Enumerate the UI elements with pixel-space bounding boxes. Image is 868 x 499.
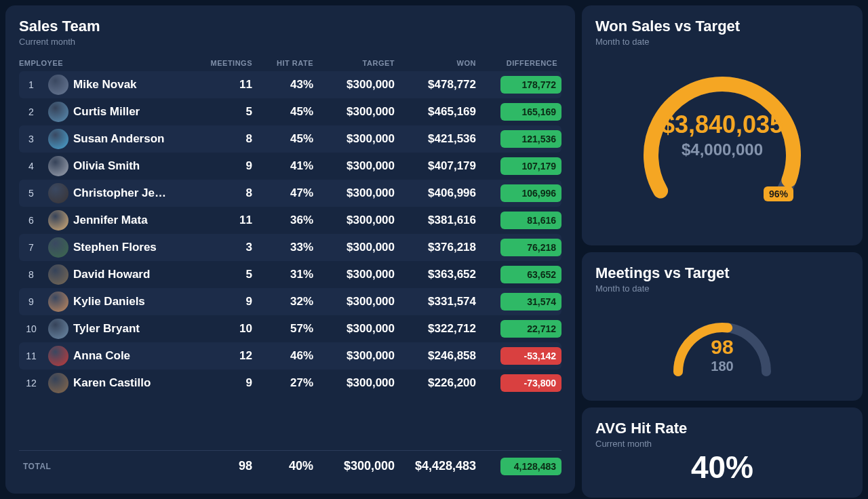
employee-name: Susan Anderson xyxy=(73,132,195,146)
target-value: $300,000 xyxy=(317,322,399,336)
employee-name: Jennifer Mata xyxy=(73,214,195,227)
won-vs-target-panel: Won Sales vs Target Month to date $3,840… xyxy=(582,5,863,245)
target-value: $300,000 xyxy=(317,132,399,146)
panel-title: Sales Team xyxy=(19,18,561,35)
target-value: $300,000 xyxy=(317,268,399,281)
table-row[interactable]: 8David Howard531%$300,000$363,65263,652 xyxy=(19,261,561,288)
won-value: $331,574 xyxy=(399,295,480,308)
target-value: $300,000 xyxy=(317,78,399,92)
gauge-value: 98 xyxy=(711,335,733,358)
difference-pill: 81,616 xyxy=(500,212,561,229)
panel-subtitle: Month to date xyxy=(595,283,849,294)
avg-hitrate-value: 40% xyxy=(595,449,849,485)
total-row: TOTAL 98 40% $300,000 $4,428,483 4,128,4… xyxy=(19,450,561,481)
rank: 12 xyxy=(19,378,43,388)
won-value: $363,652 xyxy=(399,268,480,281)
table-body: 1Mike Novak1143%$300,000$478,772178,7722… xyxy=(19,71,561,445)
avatar xyxy=(48,292,68,312)
table-row[interactable]: 1Mike Novak1143%$300,000$478,772178,772 xyxy=(19,71,561,98)
avatar xyxy=(48,102,68,122)
difference-pill: 31,574 xyxy=(500,293,561,311)
total-meetings: 98 xyxy=(195,459,256,473)
sales-team-panel: Sales Team Current month EMPLOYEE MEETIN… xyxy=(5,5,575,494)
table-row[interactable]: 12Karen Castillo927%$300,000$226,200-73,… xyxy=(19,370,561,397)
avatar xyxy=(48,210,68,231)
rank: 11 xyxy=(19,351,43,361)
meetings-value: 12 xyxy=(195,349,256,363)
difference-pill: 107,179 xyxy=(500,157,561,175)
rank: 4 xyxy=(19,161,43,172)
gauge-value: $3,840,035 xyxy=(661,111,783,139)
col-meetings[interactable]: MEETINGS xyxy=(195,59,256,67)
won-value: $381,616 xyxy=(399,214,480,227)
hitrate-value: 41% xyxy=(256,159,317,173)
hitrate-value: 36% xyxy=(256,214,317,227)
meetings-vs-target-panel: Meetings vs Target Month to date 98 180 xyxy=(582,252,863,401)
won-value: $376,218 xyxy=(399,241,480,254)
rank: 3 xyxy=(19,134,43,144)
gauge-target: 180 xyxy=(711,358,733,374)
employee-name: Olivia Smith xyxy=(73,159,195,173)
won-value: $407,179 xyxy=(399,159,480,173)
target-value: $300,000 xyxy=(317,214,399,227)
rank: 2 xyxy=(19,106,43,117)
employee-name: Anna Cole xyxy=(73,349,195,363)
table-row[interactable]: 10Tyler Bryant1057%$300,000$322,71222,71… xyxy=(19,315,561,342)
meetings-value: 9 xyxy=(195,159,256,173)
target-value: $300,000 xyxy=(317,241,399,254)
meetings-value: 11 xyxy=(195,78,256,92)
col-employee[interactable]: EMPLOYEE xyxy=(19,59,195,67)
employee-name: Karen Castillo xyxy=(73,376,195,390)
table-row[interactable]: 6Jennifer Mata1136%$300,000$381,61681,61… xyxy=(19,207,561,234)
target-value: $300,000 xyxy=(317,376,399,390)
target-value: $300,000 xyxy=(317,349,399,363)
rank: 5 xyxy=(19,188,43,199)
table-row[interactable]: 7Stephen Flores333%$300,000$376,21876,21… xyxy=(19,234,561,261)
panel-title: Won Sales vs Target xyxy=(595,18,849,35)
gauge-percent-badge: 96% xyxy=(764,186,793,201)
rank: 1 xyxy=(19,79,43,90)
meetings-value: 9 xyxy=(195,295,256,308)
avg-hitrate-panel: AVG Hit Rate Current month 40% xyxy=(582,407,863,498)
table-row[interactable]: 2Curtis Miller545%$300,000$465,169165,16… xyxy=(19,98,561,125)
hitrate-value: 46% xyxy=(256,349,317,363)
difference-pill: 63,652 xyxy=(500,266,561,283)
hitrate-value: 27% xyxy=(256,376,317,390)
employee-name: Tyler Bryant xyxy=(73,322,195,336)
table-row[interactable]: 4Olivia Smith941%$300,000$407,179107,179 xyxy=(19,153,561,180)
col-hitrate[interactable]: HIT RATE xyxy=(256,59,317,67)
hitrate-value: 43% xyxy=(256,78,317,92)
table-row[interactable]: 5Christopher Je…847%$300,000$406,996106,… xyxy=(19,180,561,207)
table-row[interactable]: 11Anna Cole1246%$300,000$246,858-53,142 xyxy=(19,342,561,370)
difference-pill: 76,218 xyxy=(500,239,561,256)
col-difference[interactable]: DIFFERENCE xyxy=(480,59,561,67)
avatar xyxy=(48,346,68,366)
meetings-value: 3 xyxy=(195,241,256,254)
table-row[interactable]: 9Kylie Daniels932%$300,000$331,57431,574 xyxy=(19,288,561,315)
meetings-value: 11 xyxy=(195,214,256,227)
won-value: $478,772 xyxy=(399,78,480,92)
avatar xyxy=(48,319,68,339)
hitrate-value: 45% xyxy=(256,132,317,146)
difference-pill: 22,712 xyxy=(500,320,561,338)
meetings-value: 10 xyxy=(195,322,256,336)
difference-pill: -73,800 xyxy=(500,374,561,392)
employee-name: Curtis Miller xyxy=(73,105,195,119)
total-target: $300,000 xyxy=(317,459,399,473)
rank: 7 xyxy=(19,242,43,253)
employee-name: Christopher Je… xyxy=(73,186,195,200)
meetings-value: 8 xyxy=(195,132,256,146)
col-target[interactable]: TARGET xyxy=(317,59,399,67)
employee-name: Mike Novak xyxy=(73,78,195,92)
employee-name: Stephen Flores xyxy=(73,241,195,254)
hitrate-value: 47% xyxy=(256,186,317,200)
avatar xyxy=(48,129,68,149)
meetings-value: 8 xyxy=(195,186,256,200)
target-value: $300,000 xyxy=(317,159,399,173)
col-won[interactable]: WON xyxy=(399,59,480,67)
panel-title: AVG Hit Rate xyxy=(595,420,849,437)
rank: 10 xyxy=(19,323,43,334)
employee-name: David Howard xyxy=(73,268,195,281)
won-value: $246,858 xyxy=(399,349,480,363)
table-row[interactable]: 3Susan Anderson845%$300,000$421,536121,5… xyxy=(19,125,561,153)
